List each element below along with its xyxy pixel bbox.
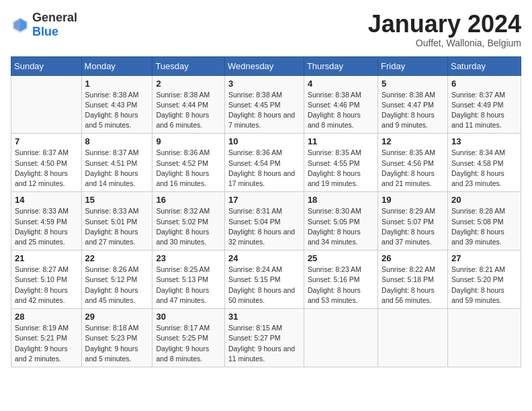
- day-detail: Sunrise: 8:36 AM Sunset: 4:54 PM Dayligh…: [228, 148, 300, 189]
- calendar-cell: 29Sunrise: 8:18 AM Sunset: 5:23 PM Dayli…: [81, 309, 152, 367]
- day-detail: Sunrise: 8:30 AM Sunset: 5:05 PM Dayligh…: [308, 206, 374, 247]
- day-number: 29: [85, 312, 149, 322]
- logo-general: General: [32, 11, 77, 24]
- day-number: 9: [156, 136, 221, 146]
- day-detail: Sunrise: 8:38 AM Sunset: 4:43 PM Dayligh…: [85, 90, 149, 131]
- day-number: 19: [382, 195, 444, 205]
- day-number: 15: [85, 195, 149, 205]
- day-detail: Sunrise: 8:22 AM Sunset: 5:18 PM Dayligh…: [382, 265, 444, 306]
- calendar-cell: 10Sunrise: 8:36 AM Sunset: 4:54 PM Dayli…: [224, 134, 304, 192]
- calendar-week-row: 21Sunrise: 8:27 AM Sunset: 5:10 PM Dayli…: [11, 250, 521, 309]
- day-number: 16: [156, 195, 221, 205]
- day-number: 18: [308, 195, 374, 205]
- calendar-week-row: 28Sunrise: 8:19 AM Sunset: 5:21 PM Dayli…: [11, 309, 521, 367]
- logo-blue: Blue: [32, 25, 58, 38]
- calendar-cell: 24Sunrise: 8:24 AM Sunset: 5:15 PM Dayli…: [224, 250, 304, 309]
- day-detail: Sunrise: 8:26 AM Sunset: 5:12 PM Dayligh…: [85, 265, 149, 306]
- day-number: 26: [382, 253, 444, 263]
- day-number: 3: [228, 79, 300, 89]
- calendar-cell: [447, 309, 521, 367]
- day-detail: Sunrise: 8:37 AM Sunset: 4:49 PM Dayligh…: [451, 90, 517, 131]
- header-sunday: Sunday: [11, 56, 82, 75]
- month-title: January 2024: [368, 11, 521, 38]
- day-detail: Sunrise: 8:33 AM Sunset: 5:01 PM Dayligh…: [85, 206, 149, 247]
- day-number: 14: [15, 195, 78, 205]
- calendar-cell: 4Sunrise: 8:38 AM Sunset: 4:46 PM Daylig…: [304, 75, 378, 134]
- day-detail: Sunrise: 8:33 AM Sunset: 4:59 PM Dayligh…: [15, 206, 78, 247]
- day-detail: Sunrise: 8:28 AM Sunset: 5:08 PM Dayligh…: [451, 206, 517, 247]
- day-detail: Sunrise: 8:23 AM Sunset: 5:16 PM Dayligh…: [308, 265, 374, 306]
- calendar-cell: [11, 75, 82, 134]
- day-detail: Sunrise: 8:18 AM Sunset: 5:23 PM Dayligh…: [85, 323, 149, 364]
- calendar-cell: 30Sunrise: 8:17 AM Sunset: 5:25 PM Dayli…: [152, 309, 225, 367]
- day-detail: Sunrise: 8:38 AM Sunset: 4:44 PM Dayligh…: [156, 90, 221, 131]
- calendar-cell: 1Sunrise: 8:38 AM Sunset: 4:43 PM Daylig…: [81, 75, 152, 134]
- day-number: 5: [382, 79, 444, 89]
- calendar-cell: 6Sunrise: 8:37 AM Sunset: 4:49 PM Daylig…: [447, 75, 521, 134]
- title-block: January 2024 Ouffet, Wallonia, Belgium: [368, 11, 521, 48]
- day-detail: Sunrise: 8:27 AM Sunset: 5:10 PM Dayligh…: [15, 265, 78, 306]
- calendar-cell: 26Sunrise: 8:22 AM Sunset: 5:18 PM Dayli…: [378, 250, 448, 309]
- day-detail: Sunrise: 8:19 AM Sunset: 5:21 PM Dayligh…: [15, 323, 78, 364]
- day-number: 30: [156, 312, 221, 322]
- day-detail: Sunrise: 8:38 AM Sunset: 4:45 PM Dayligh…: [228, 90, 300, 131]
- location-subtitle: Ouffet, Wallonia, Belgium: [368, 38, 521, 48]
- header-wednesday: Wednesday: [224, 56, 304, 75]
- day-detail: Sunrise: 8:31 AM Sunset: 5:04 PM Dayligh…: [228, 206, 300, 247]
- calendar-cell: 16Sunrise: 8:32 AM Sunset: 5:02 PM Dayli…: [152, 192, 225, 250]
- day-number: 20: [451, 195, 517, 205]
- calendar-cell: 2Sunrise: 8:38 AM Sunset: 4:44 PM Daylig…: [152, 75, 225, 134]
- day-detail: Sunrise: 8:37 AM Sunset: 4:51 PM Dayligh…: [85, 148, 149, 189]
- calendar-cell: 17Sunrise: 8:31 AM Sunset: 5:04 PM Dayli…: [224, 192, 304, 250]
- logo-text: General Blue: [32, 11, 77, 39]
- day-detail: Sunrise: 8:38 AM Sunset: 4:46 PM Dayligh…: [308, 90, 374, 131]
- day-detail: Sunrise: 8:17 AM Sunset: 5:25 PM Dayligh…: [156, 323, 221, 364]
- calendar-week-row: 14Sunrise: 8:33 AM Sunset: 4:59 PM Dayli…: [11, 192, 521, 250]
- day-detail: Sunrise: 8:32 AM Sunset: 5:02 PM Dayligh…: [156, 206, 221, 247]
- calendar-cell: 22Sunrise: 8:26 AM Sunset: 5:12 PM Dayli…: [81, 250, 152, 309]
- calendar-cell: 18Sunrise: 8:30 AM Sunset: 5:05 PM Dayli…: [304, 192, 378, 250]
- day-number: 4: [308, 79, 374, 89]
- calendar-cell: 3Sunrise: 8:38 AM Sunset: 4:45 PM Daylig…: [224, 75, 304, 134]
- calendar-cell: 13Sunrise: 8:34 AM Sunset: 4:58 PM Dayli…: [447, 134, 521, 192]
- header-friday: Friday: [378, 56, 448, 75]
- calendar-cell: 14Sunrise: 8:33 AM Sunset: 4:59 PM Dayli…: [11, 192, 82, 250]
- calendar-cell: 28Sunrise: 8:19 AM Sunset: 5:21 PM Dayli…: [11, 309, 82, 367]
- day-number: 31: [228, 312, 300, 322]
- logo: General Blue: [11, 11, 77, 39]
- day-detail: Sunrise: 8:21 AM Sunset: 5:20 PM Dayligh…: [451, 265, 517, 306]
- calendar-cell: 27Sunrise: 8:21 AM Sunset: 5:20 PM Dayli…: [447, 250, 521, 309]
- calendar-cell: 11Sunrise: 8:35 AM Sunset: 4:55 PM Dayli…: [304, 134, 378, 192]
- header-saturday: Saturday: [447, 56, 521, 75]
- day-detail: Sunrise: 8:29 AM Sunset: 5:07 PM Dayligh…: [382, 206, 444, 247]
- day-number: 23: [156, 253, 221, 263]
- day-detail: Sunrise: 8:37 AM Sunset: 4:50 PM Dayligh…: [15, 148, 78, 189]
- day-detail: Sunrise: 8:34 AM Sunset: 4:58 PM Dayligh…: [451, 148, 517, 189]
- day-number: 21: [15, 253, 78, 263]
- day-detail: Sunrise: 8:36 AM Sunset: 4:52 PM Dayligh…: [156, 148, 221, 189]
- calendar-cell: 5Sunrise: 8:38 AM Sunset: 4:47 PM Daylig…: [378, 75, 448, 134]
- logo-icon: [11, 15, 30, 34]
- day-number: 22: [85, 253, 149, 263]
- day-number: 1: [85, 79, 149, 89]
- day-number: 2: [156, 79, 221, 89]
- calendar-cell: 8Sunrise: 8:37 AM Sunset: 4:51 PM Daylig…: [81, 134, 152, 192]
- day-number: 8: [85, 136, 149, 146]
- calendar-cell: 31Sunrise: 8:15 AM Sunset: 5:27 PM Dayli…: [224, 309, 304, 367]
- day-detail: Sunrise: 8:15 AM Sunset: 5:27 PM Dayligh…: [228, 323, 300, 364]
- day-number: 28: [15, 312, 78, 322]
- calendar-cell: 25Sunrise: 8:23 AM Sunset: 5:16 PM Dayli…: [304, 250, 378, 309]
- day-detail: Sunrise: 8:25 AM Sunset: 5:13 PM Dayligh…: [156, 265, 221, 306]
- calendar-week-row: 1Sunrise: 8:38 AM Sunset: 4:43 PM Daylig…: [11, 75, 521, 134]
- day-number: 17: [228, 195, 300, 205]
- day-number: 7: [15, 136, 78, 146]
- calendar-cell: 9Sunrise: 8:36 AM Sunset: 4:52 PM Daylig…: [152, 134, 225, 192]
- calendar-cell: 15Sunrise: 8:33 AM Sunset: 5:01 PM Dayli…: [81, 192, 152, 250]
- day-detail: Sunrise: 8:35 AM Sunset: 4:56 PM Dayligh…: [382, 148, 444, 189]
- calendar-cell: 19Sunrise: 8:29 AM Sunset: 5:07 PM Dayli…: [378, 192, 448, 250]
- day-number: 13: [451, 136, 517, 146]
- day-number: 12: [382, 136, 444, 146]
- calendar-cell: 7Sunrise: 8:37 AM Sunset: 4:50 PM Daylig…: [11, 134, 82, 192]
- header-monday: Monday: [81, 56, 152, 75]
- calendar-cell: [304, 309, 378, 367]
